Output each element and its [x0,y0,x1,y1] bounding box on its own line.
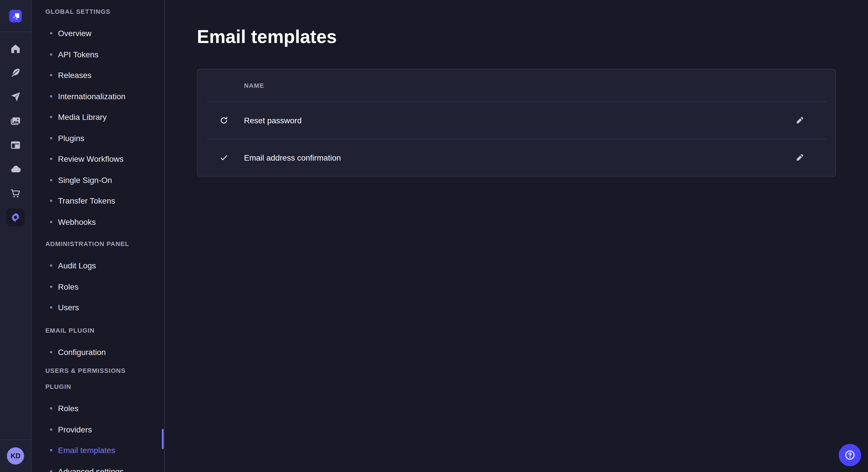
help-button[interactable] [839,444,861,466]
subnav-item-up-providers[interactable]: Providers [32,419,164,440]
subnav-item-transfer-tokens[interactable]: Transfer Tokens [32,191,164,211]
edit-button[interactable] [793,113,807,127]
avatar[interactable]: KD [7,447,24,465]
nav-marketplace[interactable] [6,184,25,202]
nav-media-library[interactable] [6,112,25,130]
bullet-icon [50,74,52,76]
pencil-icon [795,153,804,162]
layout-icon [10,139,21,151]
subnav-section-users-permissions-plugin: Roles Providers Email templates Advanced… [32,398,164,472]
subnav-item-api-tokens[interactable]: API Tokens [32,44,164,65]
strapi-logo-icon [11,11,20,21]
bullet-icon [50,116,52,119]
table-header-row: NAME [197,69,835,102]
main-nav-rail: KD [0,0,32,472]
settings-subnav: GLOBAL SETTINGS Overview API Tokens Rele… [32,0,165,472]
subnav-section-administration-panel: Audit Logs Roles Users [32,255,164,318]
row-actions [776,151,835,165]
subnav-item-review-workflows[interactable]: Review Workflows [32,148,164,169]
subnav-item-admin-roles[interactable]: Roles [32,276,164,297]
subnav-section-title-email-plugin: EMAIL PLUGIN [32,322,164,338]
email-templates-table: NAME Reset password [197,69,836,177]
subnav-item-up-roles[interactable]: Roles [32,398,164,419]
bullet-icon [50,32,52,35]
nav-releases[interactable] [6,88,25,106]
nav-home[interactable] [6,40,25,58]
bullet-icon [50,307,52,309]
subnav-item-plugins[interactable]: Plugins [32,128,164,148]
gear-icon [10,212,21,223]
question-mark-icon [844,449,856,461]
subnav-item-releases[interactable]: Releases [32,65,164,86]
subnav-item-admin-users[interactable]: Users [32,297,164,318]
column-header-name: NAME [197,82,264,89]
bullet-icon [50,95,52,98]
strapi-logo[interactable] [9,9,22,22]
cart-icon [10,188,21,199]
template-name: Reset password [244,116,776,125]
bullet-icon [50,200,52,202]
nav-settings[interactable] [6,208,25,227]
subnav-item-audit-logs[interactable]: Audit Logs [32,255,164,276]
subnav-section-email-plugin: Configuration [32,341,164,363]
edit-button[interactable] [793,151,807,165]
template-name: Email address confirmation [244,153,776,162]
app-window: KD GLOBAL SETTINGS Overview API Tokens R… [0,0,868,472]
bullet-icon [50,429,52,431]
logo-container [0,0,31,32]
subnav-item-email-templates[interactable]: Email templates [32,440,164,461]
subnav-section-title-users-permissions-plugin: USERS & PERMISSIONS PLUGIN [32,363,164,395]
bullet-icon [50,158,52,160]
bullet-icon [50,179,52,181]
subnav-item-single-sign-on[interactable]: Single Sign-On [32,169,164,191]
table-row-reset-password[interactable]: Reset password [197,102,835,139]
images-icon [10,115,21,127]
subnav-item-email-configuration[interactable]: Configuration [32,341,164,363]
bullet-icon [50,407,52,410]
subnav-item-webhooks[interactable]: Webhooks [32,211,164,232]
subnav-section-title-administration-panel: ADMINISTRATION PANEL [32,236,164,252]
bullet-icon [50,285,52,288]
nav-content-type-builder[interactable] [6,136,25,154]
subnav-section-global-settings: Overview API Tokens Releases Internation… [32,23,164,232]
bullet-icon [50,137,52,139]
check-icon [219,153,228,162]
page-title: Email templates [197,25,836,48]
bullet-icon [50,470,52,472]
subnav-scrollbar-thumb[interactable] [162,429,164,449]
subnav-item-internationalization[interactable]: Internationalization [32,86,164,107]
bullet-icon [50,221,52,223]
nav-content-manager[interactable] [6,64,25,82]
subnav-item-overview[interactable]: Overview [32,23,164,44]
main-content: Email templates NAME Reset password [165,0,868,472]
pencil-icon [795,116,804,125]
home-icon [10,43,21,55]
template-type-cell [197,153,244,162]
subnav-item-advanced-settings[interactable]: Advanced settings [32,461,164,472]
row-actions [776,113,835,127]
bullet-icon [50,449,52,452]
table-row-email-address-confirmation[interactable]: Email address confirmation [197,139,835,176]
paper-plane-icon [10,91,21,103]
nav-cloud[interactable] [6,160,25,178]
refresh-icon [219,116,228,125]
subnav-section-title-global-settings: GLOBAL SETTINGS [32,3,164,20]
bullet-icon [50,351,52,353]
bullet-icon [50,53,52,56]
rail-user-section: KD [0,439,31,472]
cloud-icon [10,164,21,175]
rail-icon-list [0,32,31,227]
bullet-icon [50,265,52,267]
feather-icon [10,67,21,78]
template-type-cell [197,116,244,125]
subnav-item-media-library[interactable]: Media Library [32,107,164,128]
